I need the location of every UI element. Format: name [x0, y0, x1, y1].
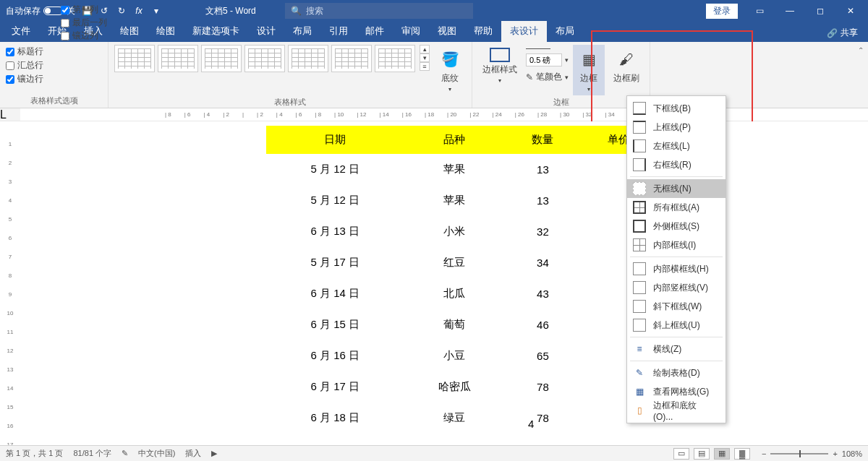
maximize-icon[interactable]: ◻	[806, 0, 835, 22]
chk-total-row[interactable]: 汇总行	[6, 59, 102, 72]
view-web-icon[interactable]: ▓	[734, 448, 750, 460]
style-thumb[interactable]	[375, 45, 415, 72]
table-cell[interactable]: 13	[505, 185, 581, 216]
tab-newtab[interactable]: 新建选项卡	[184, 21, 248, 42]
tab-draw2[interactable]: 绘图	[148, 21, 184, 42]
dd-borders-shading[interactable]: ▯边框和底纹(O)...	[627, 401, 726, 420]
dd-diag-down[interactable]: 斜下框线(W)	[627, 297, 726, 316]
table-cell[interactable]: 34	[505, 247, 581, 278]
dd-draw-table[interactable]: ✎绘制表格(D)	[627, 363, 726, 382]
minimize-icon[interactable]: —	[775, 0, 804, 22]
dd-view-gridlines[interactable]: ▦查看网格线(G)	[627, 382, 726, 401]
document-canvas[interactable]: 日期品种数量单价 5 月 12 日苹果135 月 12 日苹果136 月 13 …	[20, 121, 868, 447]
table-cell[interactable]: 绿豆	[404, 402, 505, 434]
border-painter-button[interactable]: 🖌 边框刷	[609, 45, 644, 87]
dd-hline[interactable]: ≡横线(Z)	[627, 340, 726, 358]
search-box[interactable]: 🔍	[285, 3, 473, 19]
qat-more-icon[interactable]: ▾	[150, 5, 162, 17]
style-thumb[interactable]	[114, 45, 155, 72]
table-cell[interactable]: 6 月 18 日	[266, 402, 404, 434]
table-cell[interactable]: 6 月 13 日	[266, 216, 404, 247]
table-style-gallery[interactable]: ▴ ▾ ≡	[114, 45, 430, 72]
table-row[interactable]: 6 月 13 日小米32	[266, 216, 657, 247]
table-row[interactable]: 5 月 12 日苹果13	[266, 185, 657, 216]
table-header[interactable]: 数量	[505, 126, 581, 154]
status-words[interactable]: 81/81 个字	[73, 448, 111, 459]
chk-header-row[interactable]: 标题行	[6, 45, 102, 59]
table-cell[interactable]: 78	[505, 402, 581, 434]
table-cell[interactable]: 苹果	[404, 154, 505, 185]
tab-review[interactable]: 审阅	[393, 21, 429, 42]
dd-inside-borders[interactable]: 内部框线(I)	[627, 236, 726, 254]
chk-first-col[interactable]: 第一列	[61, 3, 98, 17]
table-cell[interactable]: 43	[505, 278, 581, 309]
table-row[interactable]: 6 月 15 日葡萄46	[266, 309, 657, 340]
dd-inside-v[interactable]: 内部竖框线(V)	[627, 278, 726, 297]
table-row[interactable]: 5 月 17 日红豆34	[266, 247, 657, 278]
table-cell[interactable]: 小豆	[404, 340, 505, 371]
chk-banded-row[interactable]: 镶边行	[6, 72, 102, 86]
table-cell[interactable]: 5 月 12 日	[266, 185, 404, 216]
gallery-up-icon[interactable]: ▴	[420, 45, 430, 53]
dd-bottom-border[interactable]: 下框线(B)	[627, 99, 726, 118]
style-thumb[interactable]	[288, 45, 328, 72]
table-header[interactable]: 品种	[404, 126, 505, 154]
ribbon-display-icon[interactable]: ▭	[745, 0, 774, 22]
fx-icon[interactable]: fx	[133, 5, 145, 17]
gallery-down-icon[interactable]: ▾	[420, 53, 430, 62]
undo-icon[interactable]: ↺	[98, 5, 110, 17]
tab-draw1[interactable]: 绘图	[111, 21, 148, 42]
tab-design[interactable]: 设计	[248, 21, 284, 42]
dd-left-border[interactable]: 左框线(L)	[627, 137, 726, 155]
status-lang[interactable]: 中文(中国)	[138, 448, 175, 459]
table-cell[interactable]: 葡萄	[404, 309, 505, 340]
border-weight-select[interactable]: ▾	[526, 53, 569, 67]
dd-inside-h[interactable]: 内部横框线(H)	[627, 259, 726, 278]
table-cell[interactable]: 5 月 12 日	[266, 154, 404, 185]
table-row[interactable]: 6 月 14 日北瓜43	[266, 278, 657, 309]
table-cell[interactable]: 北瓜	[404, 278, 505, 309]
data-table[interactable]: 日期品种数量单价 5 月 12 日苹果135 月 12 日苹果136 月 13 …	[266, 126, 657, 434]
tab-layout[interactable]: 布局	[284, 21, 320, 42]
search-input[interactable]	[306, 6, 467, 16]
view-focus-icon[interactable]: ▭	[673, 448, 689, 460]
border-weight-input[interactable]	[526, 53, 562, 66]
share-button[interactable]: 🔗 共享	[820, 24, 865, 42]
table-row[interactable]: 6 月 16 日小豆65	[266, 340, 657, 371]
status-page[interactable]: 第 1 页，共 1 页	[6, 448, 63, 459]
dd-no-border[interactable]: 无框线(N)	[627, 179, 726, 198]
table-cell[interactable]: 78	[505, 371, 581, 402]
style-thumb[interactable]	[201, 45, 242, 72]
style-thumb[interactable]	[331, 45, 372, 72]
shading-button[interactable]: 🪣 底纹 ▾	[434, 45, 466, 95]
table-cell[interactable]: 哈密瓜	[404, 371, 505, 402]
redo-icon[interactable]: ↻	[116, 5, 127, 17]
tab-help[interactable]: 帮助	[465, 21, 501, 42]
tab-table-layout[interactable]: 布局	[547, 21, 583, 42]
pen-color-button[interactable]: ✎ 笔颜色▾	[526, 70, 569, 84]
table-cell[interactable]: 苹果	[404, 185, 505, 216]
gallery-more-icon[interactable]: ≡	[420, 62, 430, 71]
table-cell[interactable]: 6 月 17 日	[266, 371, 404, 402]
table-row[interactable]: 5 月 12 日苹果13	[266, 154, 657, 185]
table-cell[interactable]: 6 月 15 日	[266, 309, 404, 340]
dd-right-border[interactable]: 右框线(R)	[627, 155, 726, 174]
zoom-in-icon[interactable]: +	[833, 449, 837, 458]
status-mode[interactable]: 插入	[185, 448, 201, 459]
table-cell[interactable]: 5 月 17 日	[266, 247, 404, 278]
table-cell[interactable]: 13	[505, 154, 581, 185]
status-macro-icon[interactable]: ▶	[211, 449, 217, 458]
borders-split-button[interactable]: ▦ 边框 ▾	[573, 45, 605, 95]
tab-references[interactable]: 引用	[320, 21, 357, 42]
table-cell[interactable]: 46	[505, 309, 581, 340]
table-header[interactable]: 日期	[266, 126, 404, 154]
dd-diag-up[interactable]: 斜上框线(U)	[627, 316, 726, 335]
table-cell[interactable]: 32	[505, 216, 581, 247]
zoom-slider[interactable]	[770, 453, 828, 454]
chk-last-col[interactable]: 最后一列	[61, 16, 107, 30]
table-cell[interactable]: 红豆	[404, 247, 505, 278]
tab-mail[interactable]: 邮件	[357, 21, 393, 42]
table-row[interactable]: 6 月 17 日哈密瓜78	[266, 371, 657, 402]
close-icon[interactable]: ✕	[836, 0, 865, 22]
table-cell[interactable]: 小米	[404, 216, 505, 247]
